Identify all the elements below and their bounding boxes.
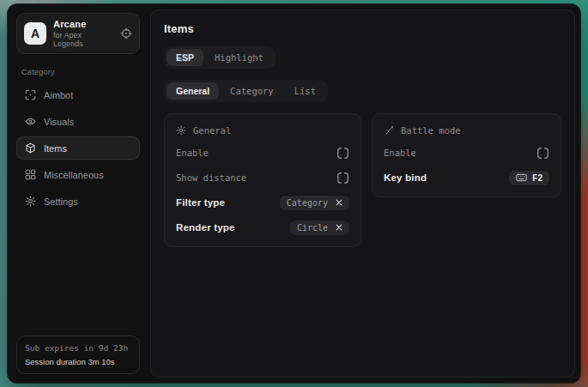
- sidebar-item-label: Settings: [44, 197, 78, 207]
- enable-checkbox[interactable]: [336, 147, 349, 160]
- panel-title: Battle mode: [401, 125, 461, 136]
- sidebar-section-label: Category: [21, 67, 135, 76]
- tab-list[interactable]: List: [285, 82, 325, 100]
- render-type-chip[interactable]: Circle: [290, 221, 349, 235]
- general-panel: General Enable Show distance: [164, 113, 361, 247]
- sidebar-item-label: Items: [44, 143, 67, 154]
- target-icon[interactable]: [120, 27, 132, 39]
- setting-row-enable: Enable: [384, 145, 549, 160]
- sidebar-nav: Aimbot Visuals: [16, 83, 140, 213]
- swords-icon: [384, 125, 394, 136]
- battle-mode-panel-header: Battle mode: [384, 125, 549, 136]
- battle-enable-checkbox[interactable]: [536, 147, 549, 160]
- session-duration-text: Session duration 3m 10s: [25, 357, 131, 366]
- setting-label: Enable: [384, 148, 416, 158]
- tab-category[interactable]: Category: [221, 82, 283, 100]
- settings-panels: General Enable Show distance: [164, 113, 561, 247]
- show-distance-checkbox[interactable]: [336, 172, 349, 184]
- close-icon[interactable]: [336, 224, 342, 231]
- setting-label: Filter type: [176, 197, 225, 208]
- chip-value: Category: [287, 198, 328, 208]
- setting-label: Render type: [176, 222, 235, 233]
- chip-value: Circle: [297, 223, 328, 233]
- setting-row-filter-type: Filter type Category: [176, 195, 349, 210]
- setting-label: Key bind: [384, 172, 427, 183]
- mode-tab-group: ESP Highlight: [164, 46, 276, 69]
- app-subtitle: for Apex Legends: [53, 31, 113, 48]
- sidebar-item-settings[interactable]: Settings: [16, 190, 140, 213]
- keyboard-icon: [516, 173, 527, 182]
- sidebar-item-label: Miscellaneous: [44, 170, 104, 180]
- main-content: Items ESP Highlight General Category Lis…: [150, 9, 575, 378]
- app-logo: A: [24, 22, 46, 45]
- sidebar-item-visuals[interactable]: Visuals: [16, 110, 140, 133]
- tab-highlight[interactable]: Highlight: [205, 49, 273, 66]
- sidebar-item-label: Aimbot: [44, 90, 73, 100]
- gear-icon: [25, 196, 36, 207]
- filter-type-chip[interactable]: Category: [280, 196, 349, 210]
- keybind-value: F2: [532, 173, 543, 183]
- brand-card: A Arcane for Apex Legends: [16, 13, 140, 54]
- desktop-background: A Arcane for Apex Legends Category: [0, 0, 588, 387]
- sidebar-item-miscellaneous[interactable]: Miscellaneous: [16, 163, 140, 186]
- setting-row-show-distance: Show distance: [176, 170, 349, 185]
- sidebar-item-aimbot[interactable]: Aimbot: [16, 83, 140, 106]
- tab-general[interactable]: General: [167, 82, 219, 100]
- setting-label: Show distance: [176, 172, 246, 183]
- sub-tab-group: General Category List: [164, 80, 328, 102]
- setting-label: Enable: [176, 148, 209, 158]
- crosshair-icon: [25, 89, 36, 100]
- sun-icon: [176, 125, 186, 136]
- sidebar-item-items[interactable]: Items: [16, 136, 140, 160]
- panel-title: General: [193, 125, 231, 136]
- sidebar-item-label: Visuals: [44, 117, 74, 127]
- sub-expiry-text: Sub expires in 9d 23h: [25, 343, 131, 353]
- keybind-button[interactable]: F2: [509, 171, 549, 185]
- app-name: Arcane: [53, 19, 113, 29]
- setting-row-key-bind: Key bind F2: [384, 170, 549, 185]
- box-icon: [25, 142, 36, 154]
- subscription-info-card: Sub expires in 9d 23h Session duration 3…: [16, 336, 140, 374]
- tab-esp[interactable]: ESP: [167, 49, 203, 66]
- setting-row-enable: Enable: [176, 145, 349, 160]
- page-title: Items: [164, 22, 561, 35]
- app-window: A Arcane for Apex Legends Category: [7, 3, 581, 384]
- close-icon[interactable]: [336, 199, 342, 206]
- general-panel-header: General: [176, 125, 349, 136]
- grid-icon: [25, 169, 36, 180]
- eye-icon: [25, 116, 36, 127]
- brand-text: Arcane for Apex Legends: [53, 19, 113, 48]
- sidebar: A Arcane for Apex Legends Category: [8, 4, 149, 383]
- battle-mode-panel: Battle mode Enable Key bind: [372, 113, 561, 197]
- setting-row-render-type: Render type Circle: [176, 220, 349, 235]
